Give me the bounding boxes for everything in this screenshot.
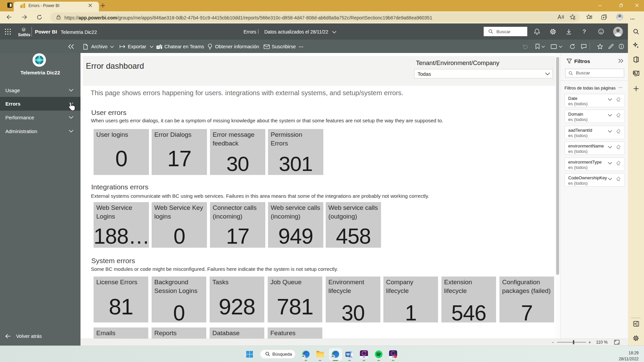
svg-text:W: W bbox=[346, 352, 350, 356]
svg-text:T: T bbox=[157, 46, 159, 49]
